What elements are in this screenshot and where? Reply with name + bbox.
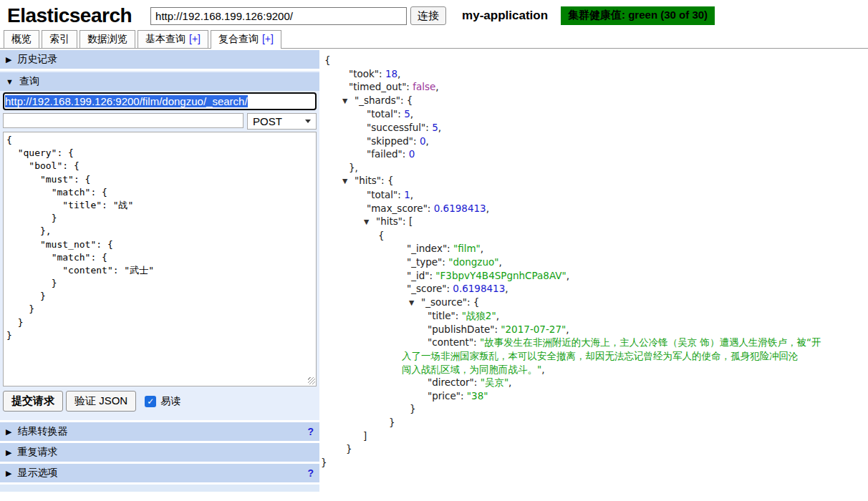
connect-button[interactable]: 连接 (410, 6, 446, 25)
tab-label: 复合查询 (218, 33, 259, 44)
json-key-text: , (496, 310, 499, 321)
method-select[interactable]: POST (247, 113, 317, 130)
json-line: "_type": "dongzuo", (319, 256, 868, 269)
section-result-transformer[interactable]: ▶ 结果转换器 ? (0, 422, 319, 441)
json-key-text: "_type": (407, 256, 448, 268)
json-string-value: "故事发生在非洲附近的大海上，主人公冷锋（吴京 饰）遭遇人生滑铁卢，被“开 (480, 336, 821, 348)
tab-overview[interactable]: 概览 (4, 30, 39, 48)
json-line: } (319, 442, 868, 456)
json-key-text: "total": (367, 189, 404, 200)
json-key-text: "director": (428, 376, 481, 388)
json-key-text: , (566, 324, 569, 335)
json-key-text: "failed": (367, 148, 409, 160)
cluster-url-input[interactable] (150, 7, 407, 25)
tab-compound-query[interactable]: 复合查询[+] (211, 30, 281, 49)
json-line: "timed_out": false, (319, 80, 868, 94)
json-key-text: "_score": (407, 283, 453, 294)
tab-indices[interactable]: 索引 (42, 30, 77, 48)
section-display-options[interactable]: ▶ 显示选项 ? (0, 464, 319, 482)
readable-checkbox[interactable]: ✓ (145, 396, 156, 407)
json-line: } (319, 402, 868, 416)
json-string-value: "战狼2" (462, 310, 496, 321)
help-icon[interactable]: ? (307, 426, 314, 437)
json-key-text: , (435, 81, 438, 92)
tab-data-browser[interactable]: 数据浏览 (79, 30, 135, 48)
top-bar: Elasticsearch 连接 my-application 集群健康值: g… (0, 0, 868, 31)
app-title: Elasticsearch (7, 4, 132, 27)
chevron-right-icon: ▶ (6, 427, 11, 437)
json-line: ▼"_source": { (319, 296, 868, 310)
json-line: "publishDate": "2017-07-27", (319, 323, 868, 336)
json-key-text: "_index": (407, 243, 453, 254)
collapse-arrow-icon[interactable]: ▼ (409, 296, 418, 310)
json-key-text: ] (363, 430, 367, 442)
json-key-text: "title": (428, 310, 462, 321)
json-key-text: "total": (367, 108, 404, 120)
tab-plus-label: [+] (189, 33, 201, 44)
json-key-text: "_source": { (421, 296, 479, 308)
json-key-text: "timed_out": (349, 81, 413, 92)
json-string-value: 闯入战乱区域，为同胞而战斗。" (402, 364, 541, 375)
json-key-text: "hits": { (355, 175, 393, 186)
collapse-arrow-icon[interactable]: ▼ (364, 215, 372, 229)
json-string-value: "2017-07-27" (501, 324, 566, 335)
json-key-text: } (389, 417, 395, 428)
tab-basic-query[interactable]: 基本查询[+] (138, 30, 208, 48)
json-key-text: "_id": (407, 270, 435, 281)
request-url-input[interactable]: http://192.168.199.126:9200/film/dongzuo… (3, 92, 317, 110)
json-key-text: "publishDate": (428, 324, 501, 335)
json-key-text: , (410, 108, 413, 120)
json-string-value: "38" (467, 390, 488, 402)
section-repeat-request[interactable]: ▶ 重复请求 (0, 443, 319, 462)
tab-plus-label: [+] (262, 33, 274, 44)
chevron-right-icon: ▶ (6, 55, 11, 64)
query-string-input[interactable] (3, 113, 243, 128)
json-line: } (319, 416, 868, 429)
section-history-label: 历史记录 (17, 53, 57, 66)
json-line: 入了一场非洲国家叛乱，本可以安全撤离，却因无法忘记曾经为军人的使命，孤身犯险冲回… (319, 349, 868, 363)
section-repeat-request-label: 重复请求 (17, 446, 57, 459)
section-history[interactable]: ▶ 历史记录 (0, 50, 319, 69)
json-key-text: , (566, 270, 569, 281)
section-query-label: 查询 (19, 75, 39, 88)
json-key-text: }, (349, 162, 358, 173)
json-key-text: , (425, 135, 428, 147)
json-key-text: , (481, 243, 483, 254)
section-display-options-label: 显示选项 (17, 467, 57, 480)
submit-request-button[interactable]: 提交请求 (3, 391, 63, 412)
json-line: { (319, 229, 868, 243)
json-string-value: "F3bpvY4B4SPgnhCPa8AV" (435, 270, 566, 281)
section-query: ▼ 查询 http://192.168.199.126:9200/film/do… (0, 71, 319, 420)
selected-url-text: http://192.168.199.126:9200/film/dongzuo… (5, 95, 248, 107)
json-number-value: 5 (432, 122, 438, 133)
json-number-value: 0 (409, 148, 415, 160)
json-key-text: , (541, 364, 544, 375)
tab-label: 数据浏览 (87, 33, 127, 44)
collapse-arrow-icon[interactable]: ▼ (342, 94, 351, 108)
section-query-header[interactable]: ▼ 查询 (0, 72, 319, 91)
chevron-down-icon (305, 120, 311, 123)
json-number-value: 1 (404, 189, 410, 200)
json-string-value: "吴京" (481, 376, 508, 388)
validate-json-button[interactable]: 验证 JSON (66, 391, 136, 412)
json-line: "skipped": 0, (319, 135, 868, 148)
result-json-view: {"took": 18,"timed_out": false,▼"_shards… (319, 49, 868, 469)
json-line: "_id": "F3bpvY4B4SPgnhCPa8AV", (319, 269, 868, 283)
cluster-name: my-application (462, 9, 548, 23)
json-line: 闯入战乱区域，为同胞而战斗。", (319, 363, 868, 376)
json-key-text: "_shards": { (355, 94, 413, 106)
chevron-right-icon: ▶ (6, 469, 11, 478)
json-key-text: "max_score": (367, 203, 434, 214)
json-line: "_score": 0.6198413, (319, 282, 868, 296)
json-key-text: "successful": (367, 122, 432, 133)
json-line: "total": 5, (319, 107, 868, 121)
json-key-text: "price": (428, 390, 467, 402)
json-key-text: } (410, 403, 416, 414)
request-body-textarea[interactable]: { "query": { "bool": { "must": { "match"… (3, 132, 317, 386)
help-icon[interactable]: ? (307, 467, 314, 479)
method-select-value: POST (253, 115, 282, 127)
main-tab-bar: 概览索引数据浏览基本查询[+]复合查询[+] (0, 31, 868, 49)
json-line: { (319, 54, 868, 67)
collapse-arrow-icon[interactable]: ▼ (342, 175, 351, 188)
json-number-value: 5 (404, 108, 410, 120)
